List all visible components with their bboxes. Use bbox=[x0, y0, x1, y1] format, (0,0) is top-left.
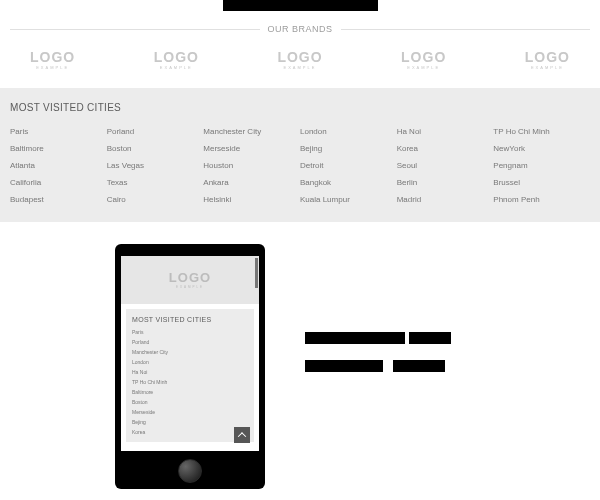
city-link[interactable]: Bangkok bbox=[300, 178, 397, 187]
phone-logo: LOGO EXAMPLE bbox=[169, 271, 211, 289]
chevron-up-icon bbox=[238, 432, 246, 440]
city-link[interactable]: Merseside bbox=[203, 144, 300, 153]
brand-logo: LOGOEXAMPLE bbox=[277, 50, 322, 70]
city-link[interactable]: Korea bbox=[132, 429, 248, 435]
city-link[interactable]: Detroit bbox=[300, 161, 397, 170]
brands-divider: OUR BRANDS bbox=[0, 24, 600, 34]
phone-preview-section: LOGO EXAMPLE MOST VISITED CITIES ParisPo… bbox=[0, 222, 600, 489]
city-link[interactable]: Cairo bbox=[107, 195, 204, 204]
city-link[interactable]: Porland bbox=[132, 339, 248, 345]
city-link[interactable]: Porland bbox=[107, 127, 204, 136]
city-link[interactable]: Manchester City bbox=[203, 127, 300, 136]
city-link[interactable]: Merseside bbox=[132, 409, 248, 415]
redacted-bar bbox=[393, 360, 445, 372]
phone-mockup: LOGO EXAMPLE MOST VISITED CITIES ParisPo… bbox=[115, 244, 265, 489]
brand-logo: LOGOEXAMPLE bbox=[401, 50, 446, 70]
cities-section: MOST VISITED CITIES ParisPorlandManchest… bbox=[0, 88, 600, 222]
phone-cities-title: MOST VISITED CITIES bbox=[132, 316, 248, 323]
brand-logos-row: LOGOEXAMPLE LOGOEXAMPLE LOGOEXAMPLE LOGO… bbox=[0, 34, 600, 88]
side-redacted-bars bbox=[305, 332, 451, 489]
city-link[interactable]: Paris bbox=[132, 329, 248, 335]
city-link[interactable]: Kuala Lumpur bbox=[300, 195, 397, 204]
redacted-bar bbox=[409, 332, 451, 344]
city-link[interactable]: Bejing bbox=[300, 144, 397, 153]
cities-title: MOST VISITED CITIES bbox=[10, 102, 590, 113]
city-link[interactable]: Ha Noi bbox=[132, 369, 248, 375]
city-link[interactable]: Korea bbox=[397, 144, 494, 153]
city-link[interactable]: Seoul bbox=[397, 161, 494, 170]
city-link[interactable]: Ankara bbox=[203, 178, 300, 187]
our-brands-label: OUR BRANDS bbox=[260, 24, 341, 34]
redacted-bar bbox=[223, 0, 378, 11]
redacted-bar bbox=[305, 332, 405, 344]
scrollbar[interactable] bbox=[255, 258, 258, 288]
city-link[interactable]: Bejing bbox=[132, 419, 248, 425]
city-link[interactable]: Helsinki bbox=[203, 195, 300, 204]
cities-grid: ParisPorlandManchester CityLondonHa NoiT… bbox=[10, 127, 590, 204]
city-link[interactable]: Houston bbox=[203, 161, 300, 170]
city-link[interactable]: TP Ho Chi Minh bbox=[493, 127, 590, 136]
divider-line bbox=[341, 29, 591, 30]
phone-cities-section: MOST VISITED CITIES ParisPorlandManchest… bbox=[126, 309, 254, 442]
city-link[interactable]: Berlin bbox=[397, 178, 494, 187]
city-link[interactable]: London bbox=[300, 127, 397, 136]
city-link[interactable]: Baltimore bbox=[10, 144, 107, 153]
city-link[interactable]: TP Ho Chi Minh bbox=[132, 379, 248, 385]
city-link[interactable]: London bbox=[132, 359, 248, 365]
phone-cities-list: ParisPorlandManchester CityLondonHa NoiT… bbox=[132, 329, 248, 435]
phone-header: LOGO EXAMPLE bbox=[121, 256, 259, 304]
redacted-bar bbox=[305, 360, 383, 372]
city-link[interactable]: Boston bbox=[132, 399, 248, 405]
city-link[interactable]: Madrid bbox=[397, 195, 494, 204]
city-link[interactable]: Paris bbox=[10, 127, 107, 136]
city-link[interactable]: Manchester City bbox=[132, 349, 248, 355]
city-link[interactable]: Brussel bbox=[493, 178, 590, 187]
city-link[interactable]: Phnom Penh bbox=[493, 195, 590, 204]
city-link[interactable]: Ha Noi bbox=[397, 127, 494, 136]
scroll-to-top-button[interactable] bbox=[234, 427, 250, 443]
top-black-bar bbox=[0, 0, 600, 16]
city-link[interactable]: Boston bbox=[107, 144, 204, 153]
brand-logo: LOGOEXAMPLE bbox=[525, 50, 570, 70]
city-link[interactable]: Budapest bbox=[10, 195, 107, 204]
divider-line bbox=[10, 29, 260, 30]
city-link[interactable]: Atlanta bbox=[10, 161, 107, 170]
brand-logo: LOGOEXAMPLE bbox=[154, 50, 199, 70]
home-button[interactable] bbox=[178, 459, 202, 483]
city-link[interactable]: Pengnam bbox=[493, 161, 590, 170]
city-link[interactable]: Las Vegas bbox=[107, 161, 204, 170]
city-link[interactable]: Texas bbox=[107, 178, 204, 187]
city-link[interactable]: Baltimore bbox=[132, 389, 248, 395]
phone-screen: LOGO EXAMPLE MOST VISITED CITIES ParisPo… bbox=[121, 256, 259, 451]
city-link[interactable]: NewYork bbox=[493, 144, 590, 153]
city-link[interactable]: Califorlia bbox=[10, 178, 107, 187]
brand-logo: LOGOEXAMPLE bbox=[30, 50, 75, 70]
